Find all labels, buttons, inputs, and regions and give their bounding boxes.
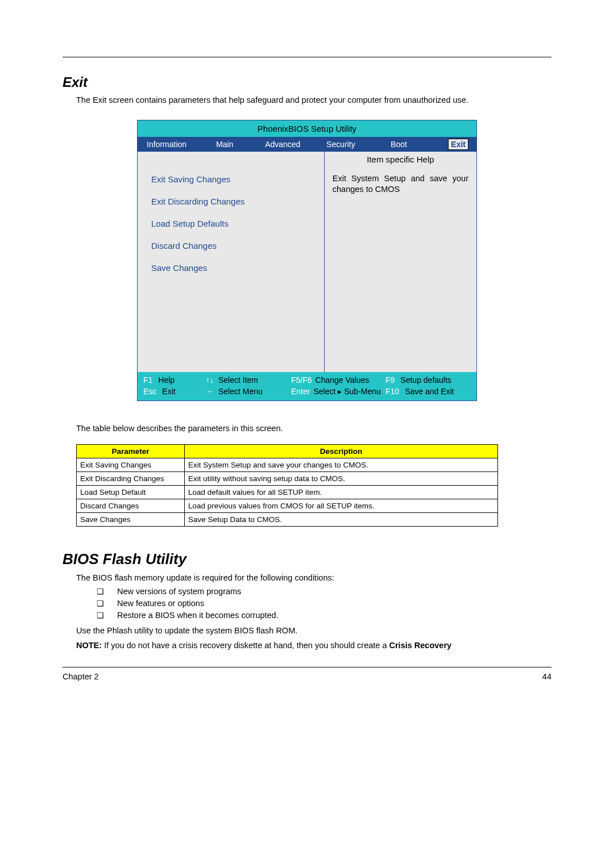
help-body: Exit System Setup and save your changes … xyxy=(333,166,468,195)
menu-exit-saving[interactable]: Exit Saving Changes xyxy=(151,174,317,184)
tab-main[interactable]: Main xyxy=(196,137,254,152)
table-row: Load Setup DefaultLoad default values fo… xyxy=(77,485,498,499)
label-select-submenu: Select ▸ Sub-Menu xyxy=(313,387,380,396)
label-change-values: Change Values xyxy=(316,375,370,385)
section-heading-exit: Exit xyxy=(63,74,551,90)
tab-boot[interactable]: Boot xyxy=(370,137,428,152)
tab-exit[interactable]: Exit xyxy=(428,137,476,152)
parameter-table: Parameter Description Exit Saving Change… xyxy=(76,444,498,527)
bios-tab-bar: Information Main Advanced Security Boot … xyxy=(138,137,476,152)
label-select-item: Select Item xyxy=(218,375,258,385)
footer-chapter: Chapter 2 xyxy=(63,672,99,681)
table-row: Exit Discarding ChangesExit utility with… xyxy=(77,471,498,485)
label-exit: Exit xyxy=(162,387,175,396)
key-f5f6: F5/F6 xyxy=(291,375,312,385)
label-help: Help xyxy=(158,375,175,385)
flash-use-line: Use the Phlash utility to update the sys… xyxy=(76,625,551,637)
tab-information[interactable]: Information xyxy=(138,137,196,152)
list-item: New features or options xyxy=(97,599,551,608)
th-parameter: Parameter xyxy=(77,444,185,458)
tab-advanced[interactable]: Advanced xyxy=(254,137,312,152)
section-heading-flash: BIOS Flash Utility xyxy=(63,550,551,568)
table-row: Discard ChangesLoad previous values from… xyxy=(77,499,498,512)
footer-page-number: 44 xyxy=(542,672,551,681)
menu-load-defaults[interactable]: Load Setup Defaults xyxy=(151,219,317,228)
key-f9: F9 xyxy=(385,375,395,385)
list-item: New versions of system programs xyxy=(97,587,551,596)
note-body: If you do not have a crisis recovery dis… xyxy=(104,641,389,650)
flash-intro: The BIOS flash memory update is required… xyxy=(76,573,551,584)
param-table-intro: The table below describes the parameters… xyxy=(76,424,551,433)
bios-menu-panel: Exit Saving Changes Exit Discarding Chan… xyxy=(138,152,324,372)
help-header: Item specific Help xyxy=(333,152,468,166)
key-left: ← xyxy=(206,387,214,396)
table-row: Exit Saving ChangesExit System Setup and… xyxy=(77,458,498,471)
top-rule xyxy=(63,57,551,57)
flash-note: NOTE: If you do not have a crisis recove… xyxy=(76,640,551,652)
list-item: Restore a BIOS when it becomes corrupted… xyxy=(97,611,551,620)
label-setup-defaults: Setup defaults xyxy=(400,375,451,385)
key-enter: Enter xyxy=(291,387,310,396)
page-footer: Chapter 2 44 xyxy=(63,667,551,681)
bios-help-panel: Item specific Help Exit System Setup and… xyxy=(324,152,476,372)
key-f10: F10 xyxy=(385,387,399,396)
th-description: Description xyxy=(185,444,498,458)
tab-security[interactable]: Security xyxy=(312,137,370,152)
label-select-menu: Select Menu xyxy=(218,387,263,396)
flash-bullet-list: New versions of system programs New feat… xyxy=(63,587,551,620)
table-row: Save ChangesSave Setup Data to CMOS. xyxy=(77,512,498,526)
label-save-exit: Save and Exit xyxy=(405,387,454,396)
menu-discard-changes[interactable]: Discard Changes xyxy=(151,241,317,251)
bios-footer: F1Help ↑↓Select Item F5/F6Change Values … xyxy=(138,372,476,400)
tab-exit-label: Exit xyxy=(448,139,468,150)
menu-save-changes[interactable]: Save Changes xyxy=(151,263,317,273)
key-updown: ↑↓ xyxy=(206,375,214,385)
key-esc: Esc xyxy=(143,387,156,396)
bios-window-title: PhoenixBIOS Setup Utility xyxy=(138,120,476,137)
note-bold-term: Crisis Recovery xyxy=(389,641,452,650)
bios-setup-window: PhoenixBIOS Setup Utility Information Ma… xyxy=(137,120,477,401)
note-prefix: NOTE: xyxy=(76,641,104,650)
exit-intro: The Exit screen contains parameters that… xyxy=(76,95,551,106)
menu-exit-discarding[interactable]: Exit Discarding Changes xyxy=(151,197,317,206)
key-f1: F1 xyxy=(143,375,152,385)
